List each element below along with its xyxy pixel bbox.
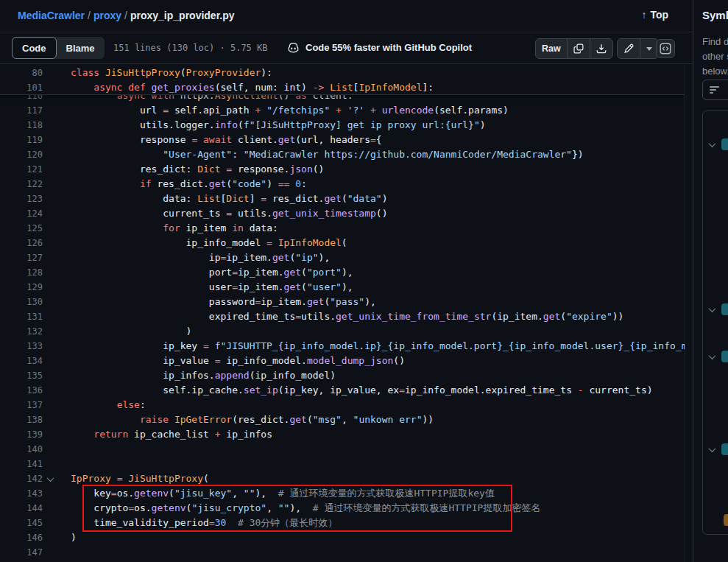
download-button[interactable] <box>590 39 612 58</box>
line-number[interactable]: 129 <box>0 280 43 295</box>
fold-gutter <box>43 250 57 265</box>
chevron-down-icon <box>646 47 652 51</box>
line-number[interactable]: 118 <box>0 118 43 133</box>
symbol-kind-icon <box>721 351 728 362</box>
symbol-item[interactable] <box>703 443 728 456</box>
fold-gutter <box>43 412 57 427</box>
description-line: Find definitions and references for func… <box>702 35 728 49</box>
line-number[interactable]: 120 <box>0 147 43 162</box>
code-line: 134 ip_value = ip_info_model.model_dump_… <box>0 354 685 368</box>
symbol-kind-icon <box>721 443 728 455</box>
line-number[interactable]: 119 <box>0 133 43 147</box>
chevron-down-icon[interactable] <box>709 445 716 452</box>
line-number[interactable]: 128 <box>0 265 43 280</box>
tab-blame[interactable]: Blame <box>57 37 105 59</box>
description-line: other symbols in this file by clicking a… <box>702 49 728 64</box>
chevron-down-icon[interactable] <box>709 305 716 312</box>
tab-code[interactable]: Code <box>12 37 57 59</box>
line-number[interactable]: 134 <box>0 354 43 368</box>
line-number[interactable]: 124 <box>0 206 43 221</box>
line-number[interactable]: 138 <box>0 412 43 427</box>
copilot-banner-text: Code 55% faster with GitHub Copilot <box>305 42 472 53</box>
code-text: ) <box>57 324 191 339</box>
fold-gutter <box>43 66 57 80</box>
fold-gutter <box>43 383 57 398</box>
line-number[interactable]: 80 <box>0 66 43 80</box>
code-text: res_dict: Dict = response.json() <box>57 162 324 177</box>
line-number[interactable]: 121 <box>0 162 43 177</box>
breadcrumb-repo-link[interactable]: MediaCrawler <box>18 10 85 21</box>
line-number[interactable]: 122 <box>0 177 43 192</box>
line-number[interactable]: 146 <box>0 530 43 545</box>
breadcrumb-row: MediaCrawler/proxy/proxy_ip_provider.py … <box>0 0 693 32</box>
breadcrumb-folder-link[interactable]: proxy <box>93 10 121 21</box>
line-number[interactable]: 130 <box>0 295 43 309</box>
code-text: class JiSuHttpProxy(ProxyProvider): <box>57 66 272 80</box>
line-number[interactable]: 140 <box>0 442 43 457</box>
raw-button[interactable]: Raw <box>536 39 568 58</box>
line-number[interactable]: 141 <box>0 457 43 471</box>
line-number[interactable]: 133 <box>0 339 43 354</box>
code-line: 128 port=ip_item.get("port"), <box>0 265 685 280</box>
code-line: 133 ip_key = f"JISUHTTP_{ip_info_model.i… <box>0 339 685 354</box>
symbols-filter-input[interactable] <box>702 80 728 100</box>
code-text: ip_info_model = IpInfoModel( <box>57 236 347 250</box>
code-text: async def get_proxies(self, num: int) ->… <box>57 80 434 95</box>
github-file-view: 116 async with httpx.AsyncClient() as cl… <box>0 0 728 562</box>
line-number[interactable]: 136 <box>0 383 43 398</box>
line-number[interactable]: 127 <box>0 250 43 265</box>
code-line: 142IpProxy = JiSuHttpProxy( <box>0 471 685 486</box>
line-number[interactable]: 139 <box>0 427 43 442</box>
filter-icon <box>710 86 719 94</box>
code-text <box>57 545 71 560</box>
code-line: 141 <box>0 457 685 471</box>
code-line: 101 async def get_proxies(self, num: int… <box>0 80 685 95</box>
symbols-panel-toggle-button[interactable] <box>656 39 675 58</box>
line-number[interactable]: 123 <box>0 192 43 206</box>
code-line: 139 return ip_cache_list + ip_infos <box>0 427 685 442</box>
line-number[interactable]: 143 <box>0 486 43 501</box>
code-line: 127 ip=ip_item.get("ip"), <box>0 250 685 265</box>
code-line: 122 if res_dict.get("code") == 0: <box>0 177 685 192</box>
line-number[interactable]: 144 <box>0 501 43 516</box>
line-number[interactable]: 126 <box>0 236 43 250</box>
code-text: ) <box>57 530 77 545</box>
symbol-item[interactable] <box>703 303 728 316</box>
line-number[interactable]: 137 <box>0 398 43 412</box>
symbol-item[interactable] <box>703 350 728 363</box>
line-number[interactable]: 135 <box>0 368 43 383</box>
line-number[interactable]: 142 <box>0 471 43 486</box>
copy-icon <box>573 43 584 54</box>
chevron-down-icon[interactable] <box>709 352 716 359</box>
code-text: url = self.api_path + "/fetchips" + '?' … <box>57 103 509 118</box>
file-stats: 151 lines (130 loc) · 5.75 KB <box>113 43 268 53</box>
edit-file-button[interactable] <box>618 39 640 58</box>
symbol-kind-icon <box>721 303 728 315</box>
code-line: 119 response = await client.get(url, hea… <box>0 133 685 147</box>
line-number[interactable]: 131 <box>0 309 43 324</box>
line-number[interactable]: 147 <box>0 545 43 560</box>
fold-chevron-icon[interactable] <box>43 471 57 486</box>
code-text: port=ip_item.get("port"), <box>57 265 353 280</box>
fold-gutter <box>43 339 57 354</box>
symbol-item[interactable] <box>703 138 728 151</box>
code-text: if res_dict.get("code") == 0: <box>57 177 307 192</box>
fold-gutter <box>43 177 57 192</box>
symbol-item[interactable] <box>703 513 728 527</box>
fold-gutter <box>43 192 57 206</box>
line-number[interactable]: 132 <box>0 324 43 339</box>
code-text: user=ip_item.get("user"), <box>57 280 353 295</box>
copilot-banner[interactable]: Code 55% faster with GitHub Copilot <box>287 41 472 54</box>
fold-gutter <box>43 236 57 250</box>
code-line: 80class JiSuHttpProxy(ProxyProvider): <box>0 66 685 80</box>
chevron-down-icon[interactable] <box>709 140 716 147</box>
line-number[interactable]: 125 <box>0 221 43 236</box>
back-to-top-button[interactable]: ↑Top <box>641 9 668 21</box>
line-number[interactable]: 117 <box>0 103 43 118</box>
line-number[interactable]: 145 <box>0 516 43 530</box>
fold-gutter <box>43 221 57 236</box>
line-number[interactable]: 101 <box>0 80 43 95</box>
fold-gutter <box>43 427 57 442</box>
code-area-right-border <box>685 29 685 562</box>
copy-raw-button[interactable] <box>568 39 590 58</box>
